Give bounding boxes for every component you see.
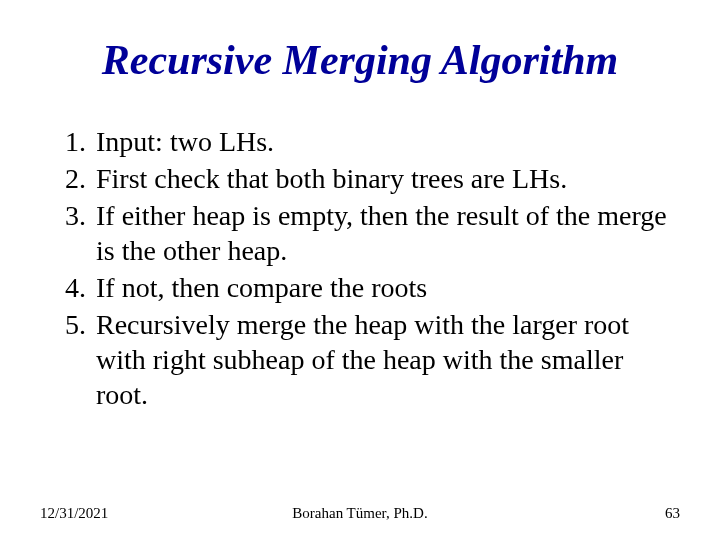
- footer-author: Borahan Tümer, Ph.D.: [0, 505, 720, 522]
- slide-title: Recursive Merging Algorithm: [40, 36, 680, 84]
- item-number: 4.: [52, 270, 96, 305]
- item-text: First check that both binary trees are L…: [96, 161, 680, 196]
- slide: Recursive Merging Algorithm 1. Input: tw…: [0, 0, 720, 540]
- item-text: Recursively merge the heap with the larg…: [96, 307, 680, 412]
- footer: 12/31/2021 Borahan Tümer, Ph.D. 63: [0, 505, 720, 522]
- item-text: Input: two LHs.: [96, 124, 680, 159]
- item-text: If either heap is empty, then the result…: [96, 198, 680, 268]
- item-number: 5.: [52, 307, 96, 412]
- algorithm-list: 1. Input: two LHs. 2. First check that b…: [40, 124, 680, 412]
- list-item: 4. If not, then compare the roots: [52, 270, 680, 305]
- list-item: 3. If either heap is empty, then the res…: [52, 198, 680, 268]
- item-number: 1.: [52, 124, 96, 159]
- item-number: 2.: [52, 161, 96, 196]
- list-item: 5. Recursively merge the heap with the l…: [52, 307, 680, 412]
- item-number: 3.: [52, 198, 96, 268]
- item-text: If not, then compare the roots: [96, 270, 680, 305]
- list-item: 1. Input: two LHs.: [52, 124, 680, 159]
- list-item: 2. First check that both binary trees ar…: [52, 161, 680, 196]
